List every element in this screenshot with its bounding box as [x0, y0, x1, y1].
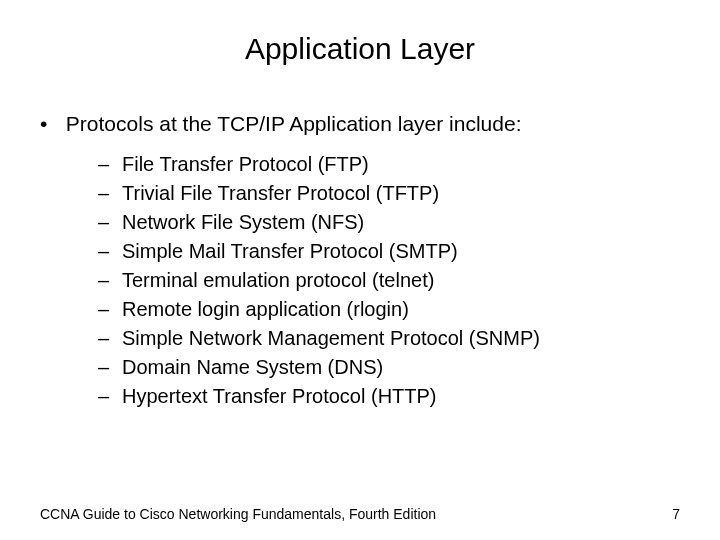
list-item: – Hypertext Transfer Protocol (HTTP) [98, 382, 680, 411]
lead-text: Protocols at the TCP/IP Application laye… [66, 112, 522, 135]
slide: Application Layer • Protocols at the TCP… [0, 0, 720, 540]
dash-icon: – [98, 353, 122, 382]
dash-icon: – [98, 382, 122, 411]
footer-source: CCNA Guide to Cisco Networking Fundament… [40, 506, 436, 522]
slide-title: Application Layer [40, 32, 680, 66]
list-item-label: Simple Mail Transfer Protocol (SMTP) [122, 237, 458, 266]
list-item-label: Domain Name System (DNS) [122, 353, 383, 382]
list-item: – Network File System (NFS) [98, 208, 680, 237]
list-item: – Domain Name System (DNS) [98, 353, 680, 382]
list-item-label: Network File System (NFS) [122, 208, 364, 237]
list-item-label: Simple Network Management Protocol (SNMP… [122, 324, 540, 353]
bullet-icon: • [40, 112, 60, 136]
list-item: – Remote login application (rlogin) [98, 295, 680, 324]
list-item-label: Hypertext Transfer Protocol (HTTP) [122, 382, 437, 411]
protocol-list: – File Transfer Protocol (FTP) – Trivial… [98, 150, 680, 411]
dash-icon: – [98, 266, 122, 295]
list-item-label: Terminal emulation protocol (telnet) [122, 266, 434, 295]
page-number: 7 [672, 506, 680, 522]
list-item: – Terminal emulation protocol (telnet) [98, 266, 680, 295]
dash-icon: – [98, 237, 122, 266]
dash-icon: – [98, 150, 122, 179]
list-item: – Trivial File Transfer Protocol (TFTP) [98, 179, 680, 208]
list-item-label: Trivial File Transfer Protocol (TFTP) [122, 179, 439, 208]
lead-line: • Protocols at the TCP/IP Application la… [40, 112, 680, 136]
dash-icon: – [98, 295, 122, 324]
dash-icon: – [98, 179, 122, 208]
list-item: – Simple Mail Transfer Protocol (SMTP) [98, 237, 680, 266]
list-item: – File Transfer Protocol (FTP) [98, 150, 680, 179]
list-item-label: Remote login application (rlogin) [122, 295, 409, 324]
list-item: – Simple Network Management Protocol (SN… [98, 324, 680, 353]
list-item-label: File Transfer Protocol (FTP) [122, 150, 369, 179]
dash-icon: – [98, 324, 122, 353]
dash-icon: – [98, 208, 122, 237]
